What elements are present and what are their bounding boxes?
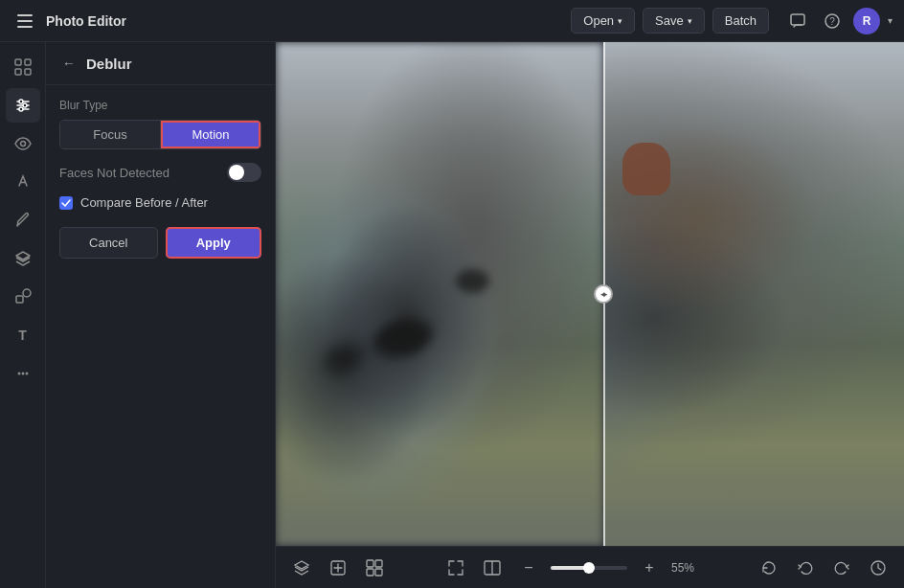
icon-sidebar: T bbox=[0, 42, 46, 588]
faces-toggle[interactable] bbox=[227, 163, 261, 182]
svg-rect-3 bbox=[15, 59, 21, 65]
svg-rect-22 bbox=[367, 569, 373, 576]
fit-screen-icon[interactable] bbox=[441, 554, 470, 582]
svg-rect-23 bbox=[375, 569, 382, 576]
app-title: Photo Editor bbox=[46, 13, 126, 29]
bird-right-1 bbox=[622, 143, 670, 195]
menu-icon[interactable] bbox=[11, 8, 38, 34]
main-area: T ← Deblur Blur Type Focus Motion bbox=[0, 42, 904, 588]
svg-point-15 bbox=[23, 289, 31, 297]
grid-view-icon[interactable] bbox=[360, 554, 389, 582]
panel-title: Deblur bbox=[86, 56, 132, 72]
zoom-in-icon[interactable]: + bbox=[635, 554, 664, 582]
faces-toggle-row: Faces Not Detected bbox=[59, 163, 261, 182]
sidebar-icon-more[interactable] bbox=[6, 356, 40, 391]
help-icon[interactable]: ? bbox=[819, 8, 846, 34]
action-row: Cancel Apply bbox=[59, 227, 261, 259]
sidebar-icon-layers[interactable] bbox=[6, 241, 40, 276]
svg-point-12 bbox=[19, 107, 23, 111]
sidebar-icon-grid[interactable] bbox=[6, 50, 40, 84]
zoom-level: 55% bbox=[671, 561, 702, 575]
zoom-out-icon[interactable]: − bbox=[514, 554, 543, 582]
deblur-panel: ← Deblur Blur Type Focus Motion Faces No… bbox=[46, 42, 276, 588]
comment-icon[interactable] bbox=[784, 8, 811, 34]
svg-point-8 bbox=[19, 100, 23, 103]
edit-icon[interactable] bbox=[324, 554, 352, 582]
compare-checkbox-row: Compare Before / After bbox=[59, 195, 261, 210]
svg-text:?: ? bbox=[829, 16, 835, 27]
chevron-down-icon: ▾ bbox=[618, 16, 622, 26]
canvas-area: ◂▸ bbox=[276, 42, 904, 588]
bottom-bar: − + 55% bbox=[276, 546, 904, 588]
sidebar-icon-paint[interactable] bbox=[6, 203, 40, 237]
chevron-down-icon: ▾ bbox=[688, 16, 692, 26]
panel-content: Blur Type Focus Motion Faces Not Detecte… bbox=[46, 85, 275, 272]
blur-type-section: Blur Type Focus Motion bbox=[59, 99, 261, 149]
batch-button[interactable]: Batch bbox=[712, 8, 769, 34]
sidebar-icon-effects[interactable] bbox=[6, 165, 40, 199]
svg-rect-5 bbox=[15, 69, 21, 75]
compare-checkbox[interactable] bbox=[59, 196, 73, 210]
svg-rect-21 bbox=[375, 560, 382, 567]
blur-type-label: Blur Type bbox=[59, 99, 261, 112]
sidebar-icon-text[interactable]: T bbox=[6, 318, 40, 352]
svg-rect-6 bbox=[25, 69, 31, 75]
before-image-content bbox=[276, 42, 603, 546]
apply-button[interactable]: Apply bbox=[166, 227, 262, 259]
open-button[interactable]: Open ▾ bbox=[571, 8, 635, 34]
cancel-button[interactable]: Cancel bbox=[59, 227, 158, 259]
faces-label: Faces Not Detected bbox=[59, 166, 170, 180]
svg-point-17 bbox=[21, 373, 24, 375]
bottom-right-tools bbox=[755, 554, 893, 582]
blurry-bird-3 bbox=[456, 269, 489, 293]
back-button[interactable]: ← bbox=[59, 54, 79, 73]
compare-label: Compare Before / After bbox=[80, 195, 208, 210]
sidebar-icon-eye[interactable] bbox=[6, 126, 40, 161]
blur-type-selector: Focus Motion bbox=[59, 120, 261, 149]
avatar-chevron-icon[interactable]: ▾ bbox=[888, 15, 893, 26]
redo-icon[interactable] bbox=[827, 554, 856, 582]
undo-icon[interactable] bbox=[791, 554, 820, 582]
save-button[interactable]: Save ▾ bbox=[643, 8, 705, 34]
before-image bbox=[276, 42, 603, 546]
canvas-viewport[interactable]: ◂▸ bbox=[276, 42, 904, 546]
topbar: Photo Editor Open ▾ Save ▾ Batch ? R ▾ bbox=[0, 0, 904, 42]
layers-icon[interactable] bbox=[287, 554, 316, 582]
focus-button[interactable]: Focus bbox=[60, 121, 161, 148]
zoom-controls: − + 55% bbox=[441, 554, 702, 582]
toggle-knob bbox=[229, 165, 244, 180]
split-image bbox=[276, 42, 904, 546]
svg-rect-0 bbox=[791, 14, 804, 25]
zoom-slider-thumb[interactable] bbox=[583, 562, 595, 574]
svg-point-16 bbox=[17, 373, 20, 375]
after-image-content bbox=[603, 42, 904, 546]
zoom-slider[interactable] bbox=[551, 566, 627, 570]
svg-point-10 bbox=[23, 103, 27, 107]
panel-header: ← Deblur bbox=[46, 42, 275, 85]
sidebar-icon-shapes[interactable] bbox=[6, 280, 40, 314]
split-handle[interactable]: ◂▸ bbox=[594, 284, 613, 304]
after-image bbox=[603, 42, 904, 546]
history-icon[interactable] bbox=[864, 554, 893, 582]
svg-point-13 bbox=[20, 142, 25, 147]
sidebar-icon-adjustments[interactable] bbox=[6, 88, 40, 123]
split-view-icon[interactable] bbox=[478, 554, 507, 582]
svg-rect-20 bbox=[367, 560, 373, 567]
refresh-icon[interactable] bbox=[755, 554, 783, 582]
svg-rect-14 bbox=[16, 296, 23, 303]
motion-button[interactable]: Motion bbox=[161, 121, 260, 148]
bottom-left-tools bbox=[287, 554, 389, 582]
svg-point-18 bbox=[25, 373, 28, 375]
avatar[interactable]: R bbox=[853, 8, 880, 34]
svg-rect-4 bbox=[25, 59, 31, 65]
